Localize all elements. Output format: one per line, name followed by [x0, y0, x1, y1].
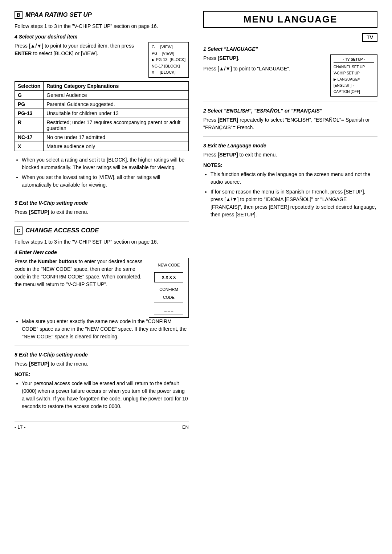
table-row: PG — [15, 99, 44, 109]
list-item: If for some reason the menu is in Spanis… — [211, 188, 377, 219]
table-row: X — [15, 142, 44, 151]
table-row: Mature audience only — [44, 142, 189, 151]
section-c-note-item: Your personal access code will be erased… — [22, 380, 189, 410]
table-row: G — [15, 90, 44, 99]
list-item: When you set the lowest rating to [VIEW]… — [22, 174, 189, 189]
divider-c — [15, 346, 189, 346]
step2-text-ml: Press [ENTER] repeatedly to select "ENGL… — [203, 116, 377, 131]
divider-ml1 — [203, 102, 377, 102]
ml-notes-label: NOTES: — [203, 162, 377, 169]
list-item: This function effects only the language … — [211, 171, 377, 186]
table-row: General Audience — [44, 90, 189, 99]
step4-header-c: 4 Enter New code — [15, 249, 189, 256]
step3-header-ml: 3 Exit the Language mode — [203, 142, 377, 150]
step3-text-ml: Press [SETUP] to exit the menu. — [203, 151, 377, 159]
section-b-header: B MPAA RATING SET UP — [15, 11, 189, 19]
step5-text-c: Press [SETUP] to exit the menu. — [15, 360, 189, 368]
tv-screen-item1: CHANNEL SET UP — [334, 64, 374, 70]
confirm-code-value: _ _ _ — [154, 305, 183, 314]
section-b-bullets: When you select a rating and set it to [… — [22, 156, 189, 189]
tv-badge: TV — [362, 33, 377, 42]
section-c-bullets: Make sure you enter exactly the same new… — [22, 318, 189, 341]
section-b-title: MPAA RATING SET UP — [25, 11, 92, 19]
confirm-code-label: CONFIRM CODE — [154, 285, 183, 302]
section-c-title: CHANGE ACCESS CODE — [25, 227, 99, 234]
tv-screen-item4: CAPTION [OFF] — [334, 89, 374, 95]
table-row: R — [15, 118, 44, 133]
table-row: Restricted; under 17 requires accompanyi… — [44, 118, 189, 133]
table-row: No one under 17 admitted — [44, 133, 189, 142]
tv-screen-item2: V-CHIP SET UP — [334, 70, 374, 76]
rating-table: Selection Rating Category Explanations G… — [15, 81, 189, 151]
section-c-header: C CHANGE ACCESS CODE — [15, 227, 189, 235]
section-c-intro: Follow steps 1 to 3 in the "V-CHIP SET U… — [15, 238, 189, 246]
page-footer: - 17 - EN — [15, 421, 189, 430]
code-entry-box: NEW CODE X X X X CONFIRM CODE _ _ _ — [149, 258, 189, 318]
tv-screen-title: - TV SETUP - — [334, 56, 374, 63]
page-lang: EN — [182, 424, 189, 430]
tv-screen-box: - TV SETUP - CHANNEL SET UP V-CHIP SET U… — [330, 54, 377, 97]
step5-text-b: Press [SETUP] to exit the menu. — [15, 208, 189, 216]
mini-screen-b: G [VIEW] PG [VIEW] ▶ PG-13 [BLOCK] NC-17… — [148, 42, 189, 78]
menu-language-title: MENU LANGUAGE — [203, 11, 377, 28]
table-col2-header: Rating Category Explanations — [44, 81, 189, 90]
step2-header-ml: 2 Select "ENGLISH", "ESPAÑOL" or "FRANÇA… — [203, 107, 377, 115]
table-row: Parental Guidance suggested. — [44, 99, 189, 109]
step1-ml-container: - TV SETUP - CHANNEL SET UP V-CHIP SET U… — [203, 54, 377, 97]
step5-header-b: 5 Exit the V-Chip setting mode — [15, 199, 189, 207]
table-col1-header: Selection — [15, 81, 44, 90]
tv-screen-item3: ▶ LANGUAGE=[ENGLISH] ← — [334, 76, 374, 89]
new-code-label: NEW CODE — [154, 261, 183, 270]
c-note-label: NOTE: — [15, 371, 189, 378]
list-item: When you select a rating and set it to [… — [22, 156, 189, 171]
divider-ml2 — [203, 137, 377, 137]
divider-b2 — [15, 221, 189, 221]
section-c-note-list: Your personal access code will be erased… — [22, 380, 189, 410]
section-b-intro: Follow steps 1 to 3 in the "V-CHIP SET U… — [15, 23, 189, 30]
divider-b — [15, 194, 189, 194]
page-number: - 17 - — [15, 424, 25, 430]
step1-header-ml: 1 Select "LANGUAGE" — [203, 45, 377, 53]
table-row: Unsuitable for children under 13 — [44, 109, 189, 118]
table-row: NC-17 — [15, 133, 44, 142]
list-item: Make sure you enter exactly the same new… — [22, 318, 189, 341]
section-c-letter: C — [15, 227, 23, 235]
section-b-letter: B — [15, 11, 23, 19]
step4-c-container: NEW CODE X X X X CONFIRM CODE _ _ _ Pres… — [15, 258, 189, 318]
new-code-value: X X X X — [154, 272, 183, 282]
step4-header-b: 4 Select your desired item — [15, 33, 189, 41]
step5-header-c: 5 Exit the V-Chip setting mode — [15, 351, 189, 359]
table-row: PG-13 — [15, 109, 44, 118]
ml-notes-list: This function effects only the language … — [211, 171, 377, 219]
